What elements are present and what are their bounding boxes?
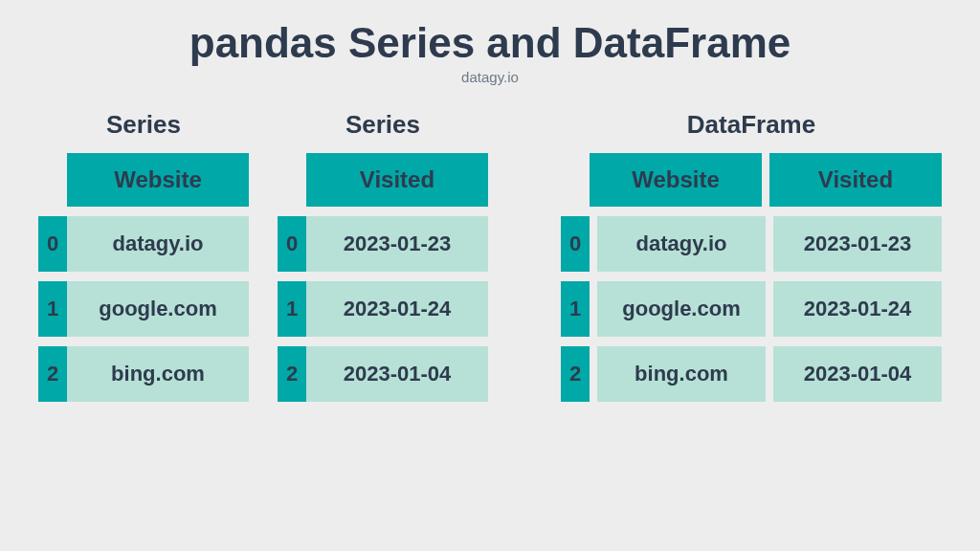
value-cell: bing.com — [67, 346, 249, 402]
value-cell: 2023-01-24 — [306, 281, 488, 337]
dataframe: Website Visited 0 datagy.io 2023-01-23 1… — [561, 153, 942, 402]
value-cell: 2023-01-24 — [773, 281, 942, 337]
index-cell: 1 — [561, 281, 590, 337]
dataframe-header: Website — [590, 153, 762, 207]
index-cell: 0 — [561, 216, 590, 272]
value-cell: bing.com — [597, 346, 766, 402]
value-cell: google.com — [597, 281, 766, 337]
page-title: pandas Series and DataFrame — [0, 0, 980, 67]
table-row: 2 2023-01-04 — [278, 346, 488, 402]
value-cell: 2023-01-04 — [773, 346, 942, 402]
series-visited-block: Series Visited 0 2023-01-23 1 2023-01-24… — [278, 110, 488, 402]
value-cell: datagy.io — [597, 216, 766, 272]
value-cell: datagy.io — [67, 216, 249, 272]
table-row: 2 bing.com 2023-01-04 — [561, 346, 942, 402]
dataframe-header: Visited — [769, 153, 942, 207]
index-cell: 2 — [278, 346, 306, 402]
table-row: 0 2023-01-23 — [278, 216, 488, 272]
index-cell: 0 — [278, 216, 306, 272]
index-cell: 2 — [561, 346, 590, 402]
series-group: Series Website 0 datagy.io 1 google.com … — [38, 110, 488, 402]
table-row: 1 google.com 2023-01-24 — [561, 281, 942, 337]
dataframe-block: DataFrame Website Visited 0 datagy.io 20… — [561, 110, 942, 402]
value-cell: 2023-01-23 — [773, 216, 942, 272]
table-row: 1 google.com — [38, 281, 249, 337]
series-website: Website 0 datagy.io 1 google.com 2 bing.… — [38, 153, 249, 402]
table-row: 0 datagy.io 2023-01-23 — [561, 216, 942, 272]
index-cell: 1 — [278, 281, 306, 337]
table-row: 1 2023-01-24 — [278, 281, 488, 337]
series-label: Series — [345, 110, 420, 140]
content-columns: Series Website 0 datagy.io 1 google.com … — [0, 110, 980, 402]
page-subtitle: datagy.io — [0, 69, 980, 85]
table-row: 0 datagy.io — [38, 216, 249, 272]
dataframe-label: DataFrame — [687, 110, 815, 140]
series-header: Visited — [306, 153, 488, 207]
series-website-block: Series Website 0 datagy.io 1 google.com … — [38, 110, 249, 402]
index-cell: 1 — [38, 281, 67, 337]
dataframe-header-row: Website Visited — [590, 153, 942, 207]
value-cell: google.com — [67, 281, 249, 337]
series-visited: Visited 0 2023-01-23 1 2023-01-24 2 2023… — [278, 153, 488, 402]
spacer — [517, 110, 532, 402]
value-cell: 2023-01-23 — [306, 216, 488, 272]
index-cell: 2 — [38, 346, 67, 402]
table-row: 2 bing.com — [38, 346, 249, 402]
series-header: Website — [67, 153, 249, 207]
series-label: Series — [106, 110, 181, 140]
index-cell: 0 — [38, 216, 67, 272]
value-cell: 2023-01-04 — [306, 346, 488, 402]
